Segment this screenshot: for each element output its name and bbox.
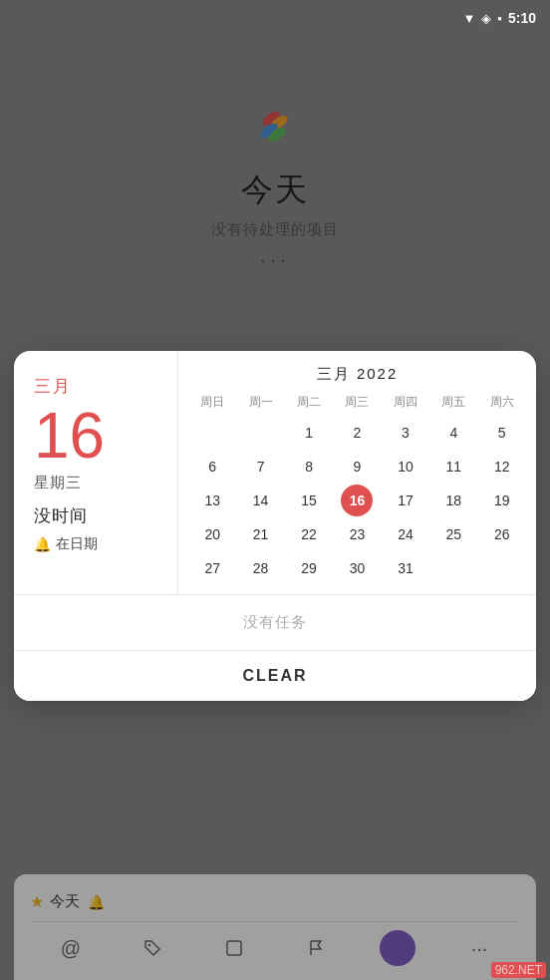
cal-empty [486, 552, 518, 584]
weekday-fri: 周五 [429, 392, 477, 413]
weekday-wed: 周三 [333, 392, 381, 413]
left-panel: 三月 16 星期三 没时间 🔔 在日期 [14, 351, 178, 594]
cal-day-9[interactable]: 9 [341, 451, 373, 483]
cal-day-20[interactable]: 20 [196, 518, 228, 550]
cal-day-3[interactable]: 3 [390, 417, 421, 449]
cal-day-27[interactable]: 27 [196, 552, 228, 584]
weekday-sun: 周日 [188, 392, 236, 413]
cal-day-24[interactable]: 24 [390, 518, 421, 550]
reminder-label: 在日期 [56, 535, 98, 553]
calendar-weekdays: 周日 周一 周二 周三 周四 周五 周六 [188, 392, 526, 413]
status-right: ▼ ◈ ▪ 5:10 [462, 10, 536, 26]
weekday-mon: 周一 [236, 392, 284, 413]
cal-day-25[interactable]: 25 [437, 518, 469, 550]
cal-day-7[interactable]: 7 [245, 451, 277, 483]
clear-label: CLEAR [242, 667, 307, 685]
cal-day-23[interactable]: 23 [341, 518, 373, 550]
cal-day-13[interactable]: 13 [196, 485, 228, 516]
left-time: 没时间 [34, 504, 161, 527]
cal-day-10[interactable]: 10 [390, 451, 421, 483]
signal-icon: ◈ [481, 11, 491, 26]
left-weekday: 星期三 [34, 474, 161, 492]
cal-day-28[interactable]: 28 [245, 552, 277, 584]
cal-day-30[interactable]: 30 [341, 552, 373, 584]
cal-day-29[interactable]: 29 [293, 552, 325, 584]
calendar-section: 三月 16 星期三 没时间 🔔 在日期 三月 2022 周日 周一 周二 周三 … [14, 351, 536, 595]
calendar-grid: 1234567891011121314151617181920212223242… [188, 417, 526, 584]
cal-day-8[interactable]: 8 [293, 451, 325, 483]
weekday-sat: 周六 [478, 392, 526, 413]
watermark: 962.NET [491, 962, 546, 978]
weekday-tue: 周二 [285, 392, 333, 413]
cal-day-2[interactable]: 2 [341, 417, 373, 449]
cal-day-15[interactable]: 15 [293, 485, 325, 516]
tasks-section: 没有任务 [14, 595, 536, 651]
left-month: 三月 [34, 375, 161, 398]
calendar-header: 三月 2022 [188, 365, 526, 384]
no-tasks-label: 没有任务 [243, 613, 307, 632]
left-reminder: 🔔 在日期 [34, 535, 161, 553]
cal-empty [196, 417, 228, 449]
cal-empty [245, 417, 277, 449]
cal-day-12[interactable]: 12 [486, 451, 518, 483]
cal-day-4[interactable]: 4 [437, 417, 469, 449]
status-time: 5:10 [508, 10, 536, 26]
cal-empty [437, 552, 469, 584]
right-calendar: 三月 2022 周日 周一 周二 周三 周四 周五 周六 12345678910… [178, 351, 536, 594]
cal-day-19[interactable]: 19 [486, 485, 518, 516]
cal-day-11[interactable]: 11 [437, 451, 469, 483]
modal-card: 三月 16 星期三 没时间 🔔 在日期 三月 2022 周日 周一 周二 周三 … [14, 351, 536, 701]
cal-day-31[interactable]: 31 [390, 552, 421, 584]
weekday-thu: 周四 [382, 392, 429, 413]
cal-day-6[interactable]: 6 [196, 451, 228, 483]
cal-day-5[interactable]: 5 [486, 417, 518, 449]
cal-day-26[interactable]: 26 [486, 518, 518, 550]
cal-day-18[interactable]: 18 [437, 485, 469, 516]
cal-day-16[interactable]: 16 [341, 485, 373, 516]
cal-day-21[interactable]: 21 [245, 518, 277, 550]
cal-day-22[interactable]: 22 [293, 518, 325, 550]
cal-day-17[interactable]: 17 [390, 485, 421, 516]
bell-icon: 🔔 [34, 536, 51, 552]
battery-icon: ▪ [497, 11, 502, 26]
cal-day-14[interactable]: 14 [245, 485, 277, 516]
status-bar: ▼ ◈ ▪ 5:10 [0, 0, 550, 36]
left-day: 16 [34, 404, 161, 468]
wifi-icon: ▼ [462, 11, 475, 26]
cal-day-1[interactable]: 1 [293, 417, 325, 449]
clear-button[interactable]: CLEAR [14, 651, 536, 701]
